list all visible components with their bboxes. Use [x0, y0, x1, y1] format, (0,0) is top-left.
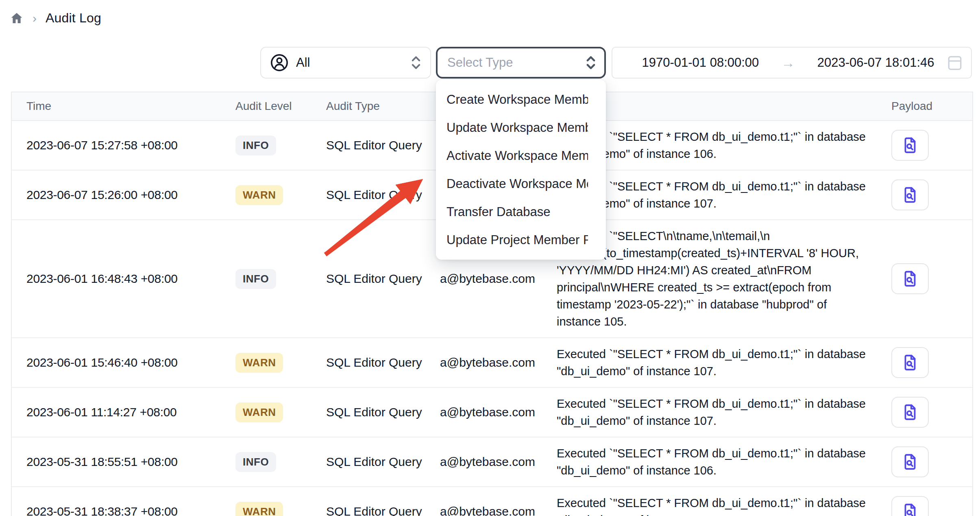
- cell-audit-type: SQL Editor Query: [326, 455, 440, 469]
- cell-time: 2023-06-01 16:48:43 +08:00: [26, 272, 235, 286]
- cell-audit-type: SQL Editor Query: [326, 505, 440, 516]
- filter-bar: All Select Type 1970-01-01 08:00:00 → 20…: [0, 47, 980, 79]
- view-payload-button[interactable]: [891, 179, 929, 210]
- type-dropdown-option[interactable]: Transfer Database: [436, 198, 606, 226]
- type-filter-select[interactable]: Select Type: [436, 47, 606, 79]
- calendar-icon: [947, 55, 962, 71]
- cell-audit-level: INFO: [235, 269, 326, 289]
- cell-audit-type: SQL Editor Query: [326, 138, 440, 152]
- view-payload-button[interactable]: [891, 496, 929, 516]
- view-payload-button[interactable]: [891, 397, 929, 428]
- user-circle-icon: [270, 53, 289, 72]
- audit-level-badge: WARN: [235, 402, 283, 422]
- cell-payload: [882, 397, 972, 428]
- audit-log-page: › Audit Log All Select Type: [0, 0, 980, 516]
- cell-actor: a@bytebase.com: [440, 455, 557, 469]
- chevron-updown-icon: [410, 55, 422, 70]
- audit-level-badge: INFO: [235, 452, 276, 472]
- cell-actor: a@bytebase.com: [440, 405, 557, 419]
- home-icon[interactable]: [10, 11, 24, 25]
- cell-time: 2023-06-07 15:27:58 +08:00: [26, 138, 235, 152]
- audit-level-badge: WARN: [235, 353, 283, 373]
- cell-payload: [882, 179, 972, 210]
- cell-time: 2023-06-07 15:26:00 +08:00: [26, 188, 235, 202]
- col-header-time: Time: [26, 100, 235, 113]
- page-title: Audit Log: [46, 11, 101, 26]
- audit-level-badge: INFO: [235, 136, 276, 155]
- file-search-icon: [901, 136, 919, 155]
- date-range-end[interactable]: 2023-06-07 18:01:46: [804, 55, 947, 70]
- cell-audit-level: WARN: [235, 353, 326, 373]
- col-header-audit-level: Audit Level: [235, 100, 326, 113]
- cell-actor: a@bytebase.com: [440, 505, 557, 516]
- audit-level-badge: INFO: [235, 269, 276, 289]
- type-dropdown-option[interactable]: Deactivate Workspace Member: [436, 170, 606, 198]
- file-search-icon: [901, 353, 919, 372]
- cell-time: 2023-05-31 18:38:37 +08:00: [26, 505, 235, 516]
- cell-payload: [882, 446, 972, 477]
- audit-level-badge: WARN: [235, 185, 283, 205]
- file-search-icon: [901, 269, 919, 288]
- cell-audit-type: SQL Editor Query: [326, 188, 440, 202]
- type-dropdown-option[interactable]: Create Workspace Member: [436, 85, 606, 114]
- table-row: 2023-05-31 18:55:51 +08:00 INFO SQL Edit…: [12, 437, 972, 487]
- cell-audit-type: SQL Editor Query: [326, 272, 440, 286]
- col-header-payload: Payload: [882, 100, 972, 113]
- file-search-icon: [901, 403, 919, 422]
- type-dropdown-option[interactable]: Update Project Member Role: [436, 226, 606, 254]
- cell-audit-level: INFO: [235, 452, 326, 472]
- date-range-picker[interactable]: 1970-01-01 08:00:00 → 2023-06-07 18:01:4…: [612, 47, 972, 79]
- view-payload-button[interactable]: [891, 130, 929, 161]
- cell-audit-level: INFO: [235, 136, 326, 155]
- cell-payload: [882, 496, 972, 516]
- col-header-audit-type: Audit Type: [326, 100, 440, 113]
- cell-audit-level: WARN: [235, 185, 326, 205]
- table-row: 2023-06-01 15:46:40 +08:00 WARN SQL Edit…: [12, 338, 972, 388]
- cell-comment: Executed `"SELECT * FROM db_ui_demo.t1;"…: [557, 395, 882, 429]
- actor-filter-select[interactable]: All: [260, 47, 431, 79]
- table-row: 2023-05-31 18:38:37 +08:00 WARN SQL Edit…: [12, 487, 972, 516]
- cell-payload: [882, 130, 972, 161]
- actor-filter-value: All: [296, 55, 403, 70]
- cell-comment: Executed `"SELECT * FROM db_ui_demo.t1;"…: [557, 494, 882, 516]
- cell-audit-level: WARN: [235, 402, 326, 422]
- cell-time: 2023-05-31 18:55:51 +08:00: [26, 455, 235, 469]
- view-payload-button[interactable]: [891, 347, 929, 378]
- cell-audit-level: WARN: [235, 502, 326, 516]
- cell-time: 2023-06-01 15:46:40 +08:00: [26, 356, 235, 370]
- view-payload-button[interactable]: [891, 446, 929, 477]
- audit-level-badge: WARN: [235, 502, 283, 516]
- cell-comment: Executed `"SELECT * FROM db_ui_demo.t1;"…: [557, 345, 882, 380]
- type-dropdown-menu: Create Workspace Member Update Workspace…: [436, 80, 606, 260]
- cell-comment: Executed `"SELECT * FROM db_ui_demo.t1;"…: [557, 445, 882, 479]
- file-search-icon: [901, 502, 919, 516]
- date-range-arrow-icon: →: [772, 55, 804, 71]
- type-dropdown-option[interactable]: Activate Workspace Member: [436, 142, 606, 170]
- date-range-start[interactable]: 1970-01-01 08:00:00: [629, 55, 772, 70]
- cell-audit-type: SQL Editor Query: [326, 405, 440, 419]
- breadcrumb: › Audit Log: [10, 11, 101, 26]
- cell-audit-type: SQL Editor Query: [326, 356, 440, 370]
- breadcrumb-chevron-icon: ›: [33, 11, 37, 25]
- type-filter-placeholder: Select Type: [447, 55, 585, 70]
- cell-payload: [882, 263, 972, 294]
- type-dropdown-option[interactable]: Update Workspace Member: [436, 114, 606, 142]
- cell-actor: a@bytebase.com: [440, 272, 557, 286]
- file-search-icon: [901, 453, 919, 471]
- table-row: 2023-06-01 11:14:27 +08:00 WARN SQL Edit…: [12, 388, 972, 437]
- cell-actor: a@bytebase.com: [440, 356, 557, 370]
- chevron-updown-icon: [585, 55, 597, 70]
- view-payload-button[interactable]: [891, 263, 929, 294]
- cell-payload: [882, 347, 972, 378]
- cell-time: 2023-06-01 11:14:27 +08:00: [26, 405, 235, 419]
- file-search-icon: [901, 186, 919, 204]
